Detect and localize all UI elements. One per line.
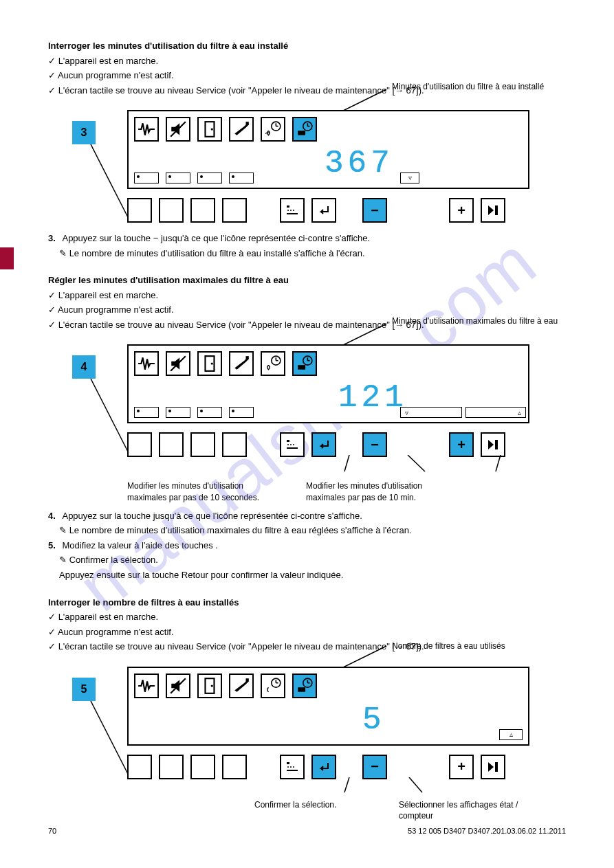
soft-btn-3a[interactable] — [127, 755, 152, 779]
filter-timer-icon — [292, 674, 317, 698]
page-content: Interroger les minutes d'utilisation du … — [0, 0, 614, 849]
section3-pre-1: ✓ Aucun programme n'est actif. — [48, 626, 566, 638]
svg-point-16 — [287, 210, 289, 211]
mini-row-2 — [134, 407, 254, 418]
soft-btn-2b[interactable] — [159, 432, 184, 457]
run-button-3[interactable] — [481, 755, 505, 779]
s2-result4: ✎ Le nombre de minutes d'utilisation max… — [48, 524, 566, 537]
menu-button-2[interactable] — [280, 432, 305, 457]
svg-line-42 — [344, 455, 349, 471]
soft-btn-3d[interactable] — [222, 755, 247, 779]
display-value-3: 5 — [362, 699, 386, 742]
display-value-1: 367 — [325, 142, 394, 185]
menu-button[interactable] — [280, 198, 305, 223]
arrow-strip-2a: ▿ — [400, 407, 462, 418]
enter-button-3[interactable] — [311, 755, 336, 779]
svg-line-44 — [496, 455, 501, 471]
s2-step5: 5. Modifiez la valeur à l'aide des touch… — [48, 539, 566, 552]
menu-button-3[interactable] — [280, 755, 305, 779]
minus-button-3[interactable]: − — [362, 755, 387, 779]
soft-btn-1b[interactable] — [159, 198, 184, 223]
step-number-2: 4 — [72, 355, 96, 379]
svg-marker-40 — [488, 440, 494, 449]
mini-1c — [197, 173, 222, 183]
soft-btn-1a[interactable] — [127, 198, 152, 223]
svg-line-67 — [409, 777, 422, 792]
svg-line-66 — [344, 777, 349, 792]
section2-pre-1: ✓ Aucun programme n'est actif. — [48, 304, 566, 316]
soft-btn-2c[interactable] — [190, 432, 215, 457]
mini-1b — [166, 173, 190, 183]
soft-btn-2d[interactable] — [222, 432, 247, 457]
svg-point-37 — [287, 444, 289, 445]
svg-rect-59 — [287, 762, 289, 764]
s2-confirm-label: ✎ Confirmer la sélection. — [48, 554, 566, 566]
heartbeat-icon — [134, 117, 159, 142]
svg-marker-19 — [488, 205, 494, 215]
page-footer: 70 53 12 005 D3407 D3407.201.03.06.02 11… — [0, 826, 614, 836]
soft-btn-1c[interactable] — [190, 198, 215, 223]
s2-step4: 4. Appuyez sur la touche jusqu'à ce que … — [48, 510, 566, 522]
soft-btn-3b[interactable] — [159, 755, 184, 779]
run-button[interactable] — [481, 198, 505, 223]
plus-button-2[interactable]: + — [449, 432, 474, 457]
svg-point-63 — [293, 766, 294, 768]
soft-btn-1d[interactable] — [222, 198, 247, 223]
svg-line-21 — [91, 379, 129, 454]
section1-title: Interroger les minutes d'utilisation du … — [48, 40, 566, 52]
plus-button-3[interactable]: + — [449, 755, 474, 779]
handpiece-icon — [229, 351, 254, 376]
mini-2d — [229, 407, 254, 418]
icon-row-2 — [134, 351, 317, 376]
callout-3b: Sélectionner les affichages état / compt… — [399, 799, 536, 821]
ctrl-row-2: − + — [127, 432, 553, 457]
svg-rect-41 — [495, 440, 498, 449]
svg-point-38 — [290, 444, 292, 445]
door-icon — [197, 117, 222, 142]
svg-point-50 — [211, 685, 213, 687]
soft-btn-3c[interactable] — [190, 755, 215, 779]
bottom-callouts-2: Modifier les minutes d'utilisation maxim… — [127, 480, 566, 502]
run-button-2[interactable] — [481, 432, 505, 457]
display-value-2: 121 — [338, 377, 408, 419]
page-number: 70 — [48, 826, 56, 836]
speaker-mute-icon — [166, 351, 190, 376]
filter-timer-icon — [292, 351, 317, 376]
minus-button-2[interactable]: − — [362, 432, 387, 457]
diagram-3: 5 Nombre de filtres à eau utilisés 5 ▵ — [48, 665, 566, 792]
svg-point-18 — [293, 210, 294, 211]
svg-rect-36 — [287, 447, 298, 449]
section1-pre-1: ✓ Aucun programme n'est actif. — [48, 69, 566, 82]
minus-button[interactable]: − — [362, 198, 387, 223]
svg-line-45 — [91, 701, 129, 777]
svg-rect-6 — [246, 122, 249, 124]
svg-point-39 — [293, 444, 294, 445]
page-edge-tab — [0, 247, 14, 269]
svg-point-61 — [287, 766, 289, 768]
enter-button[interactable] — [311, 198, 336, 223]
svg-rect-14 — [287, 205, 289, 208]
svg-point-5 — [211, 129, 213, 131]
display-panel-1: 367 ▿ — [127, 110, 529, 189]
enter-button-2[interactable] — [311, 432, 336, 457]
arrow-strip-1: ▿ — [400, 173, 419, 183]
soft-btn-2a[interactable] — [127, 432, 152, 457]
callout-2-right: Modifier les minutes d'utilisation maxim… — [306, 480, 443, 502]
ctrl-row-3: − + — [127, 755, 553, 779]
icon-row-1 — [134, 117, 317, 142]
svg-marker-64 — [488, 762, 494, 772]
svg-rect-60 — [287, 770, 298, 771]
arrow-strip-3: ▵ — [499, 729, 523, 740]
plus-button[interactable]: + — [449, 198, 474, 223]
footer-right: 53 12 005 D3407 D3407.201.03.06.02 11.20… — [408, 826, 566, 836]
mini-1d — [229, 173, 254, 183]
speaker-mute-icon — [166, 117, 190, 142]
speaker-mute-icon — [166, 674, 190, 698]
callout-top-3: Nombre de filtres à eau utilisés — [392, 641, 571, 652]
section2-title: Régler les minutes d'utilisation maximal… — [48, 274, 566, 287]
section3-title: Interroger le nombre de filtres à eau in… — [48, 597, 566, 609]
heartbeat-icon — [134, 674, 159, 698]
svg-rect-35 — [287, 440, 289, 442]
handpiece-icon — [229, 674, 254, 698]
svg-rect-27 — [246, 357, 249, 359]
